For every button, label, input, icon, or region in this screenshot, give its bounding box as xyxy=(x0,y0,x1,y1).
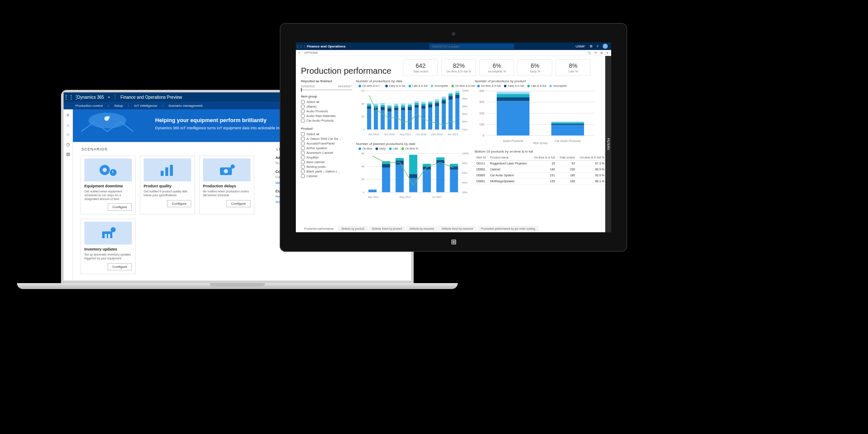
avatar[interactable] xyxy=(603,44,608,49)
table-header[interactable]: Item ID xyxy=(475,155,488,161)
svg-rect-38 xyxy=(374,104,378,106)
hamburger-icon[interactable]: ≡ xyxy=(67,113,70,117)
svg-rect-52 xyxy=(401,108,405,110)
table-row[interactable]: D0001MidRangeSpeaker15518088.1 % xyxy=(475,178,606,184)
svg-rect-50 xyxy=(394,104,398,106)
filter-option[interactable]: Bass cabinet xyxy=(301,160,352,164)
table-header[interactable]: On-time & in full % xyxy=(576,155,606,161)
svg-rect-123 xyxy=(436,157,444,160)
crumb-0[interactable]: Production control xyxy=(73,104,105,108)
filter-option[interactable]: AcousticFoamPanel xyxy=(301,142,352,145)
tablet-device: ⋮⋮⋮ Finance and Operations USMF ⚙ ? ≡ OP… xyxy=(280,23,627,252)
table-row[interactable]: D0002Cabinet18623080.9 % xyxy=(475,167,606,172)
svg-text:Audio Products: Audio Products xyxy=(503,139,523,143)
bottom-tab[interactable]: Production performance by job order cost… xyxy=(478,226,539,231)
crumb-1[interactable]: Setup xyxy=(111,104,125,108)
filter-option[interactable]: Aluminium Cabinet xyxy=(301,151,352,155)
svg-text:20: 20 xyxy=(362,178,364,181)
filter-option[interactable]: Select all xyxy=(301,100,352,104)
table-header[interactable]: Total orders xyxy=(556,155,576,161)
filter-option[interactable]: (Blank) xyxy=(301,105,352,108)
table-header[interactable]: Product name xyxy=(488,155,531,161)
star-icon[interactable]: ☆ xyxy=(66,132,70,137)
filter-option[interactable]: Cabinet xyxy=(301,174,352,178)
bottom-tab[interactable]: Defects by product xyxy=(338,226,367,231)
clock-icon[interactable]: ◷ xyxy=(66,142,70,147)
configure-button[interactable]: Configure xyxy=(108,263,132,270)
svg-point-12 xyxy=(231,164,235,169)
filters-handle[interactable]: FILTERS xyxy=(605,56,611,232)
attach-icon[interactable]: 📎 xyxy=(587,51,591,55)
bottom-tab[interactable]: Defects by resource xyxy=(406,226,437,231)
filter-option[interactable]: Binding posts xyxy=(301,165,352,169)
filter-option[interactable]: Active speaker xyxy=(301,146,352,150)
windows-button-icon[interactable]: ⊞ xyxy=(451,238,456,246)
svg-rect-147 xyxy=(551,122,584,122)
options-label[interactable]: OPTIONS xyxy=(304,51,318,54)
svg-text:90%: 90% xyxy=(462,105,467,108)
svg-text:20: 20 xyxy=(362,115,364,118)
svg-rect-43 xyxy=(387,111,392,130)
svg-text:Item group: Item group xyxy=(533,142,548,145)
help-icon[interactable]: ? xyxy=(597,45,598,48)
filter-option[interactable]: Car Audio Products xyxy=(301,119,352,122)
camera-clock-icon xyxy=(203,159,250,181)
svg-rect-118 xyxy=(423,170,431,192)
kpi-value: 6% xyxy=(480,62,514,69)
configure-button[interactable]: Configure xyxy=(226,200,250,207)
table-header[interactable]: On-time & in full xyxy=(531,155,556,161)
waffle-icon[interactable]: ⋮⋮⋮ xyxy=(296,45,303,48)
svg-text:60: 60 xyxy=(362,89,364,92)
left-rail: ≡ ⌂ ☆ ◷ ▤ xyxy=(64,109,73,281)
svg-text:80%: 80% xyxy=(462,120,467,123)
close-icon[interactable]: ✕ xyxy=(606,51,609,55)
bottom-tab[interactable]: Defects trend by resource xyxy=(438,226,476,231)
svg-rect-51 xyxy=(401,110,405,130)
svg-rect-140 xyxy=(497,101,529,136)
crumb-2[interactable]: IoT Intelligence xyxy=(132,104,160,108)
hamburger-icon[interactable]: ≡ xyxy=(298,51,304,54)
chevron-down-icon[interactable]: ▾ xyxy=(108,95,115,99)
item-group-filter: Item group Select all(Blank)Audio Produc… xyxy=(301,95,352,122)
filter-option[interactable]: Audio Products xyxy=(301,109,352,113)
card-desc: Get notified when equipment scheduled to… xyxy=(84,190,132,201)
popup-icon[interactable]: ⧉ xyxy=(601,51,603,55)
company-label[interactable]: USMF xyxy=(576,45,585,48)
crumb-3[interactable]: Scenario management xyxy=(166,104,206,108)
svg-rect-14 xyxy=(105,234,107,238)
list-icon[interactable]: ▤ xyxy=(66,152,70,156)
gear-icon[interactable]: ⚙ xyxy=(590,45,593,48)
configure-button[interactable]: Configure xyxy=(108,203,132,211)
svg-rect-126 xyxy=(450,164,458,166)
svg-text:80%: 80% xyxy=(462,161,467,164)
home-icon[interactable]: ⌂ xyxy=(67,122,69,127)
filter-option[interactable]: Amplifier xyxy=(301,156,352,159)
table-row[interactable]: D0005Car Audio System15118083.9 % xyxy=(475,172,606,178)
waffle-icon[interactable]: ⋮⋮⋮ xyxy=(64,94,73,100)
laptop-brand[interactable]: Dynamics 365 xyxy=(73,95,108,100)
date-range-slider[interactable]: 01/02/2016 04/14/2017 xyxy=(301,85,352,90)
kpi-label: Late % xyxy=(556,70,590,73)
table-row[interactable]: D0111Ruggedized Laser Projector355267.3 … xyxy=(475,161,606,167)
topbar-right: USMF ⚙ ? xyxy=(576,44,611,49)
item-group-title: Item group xyxy=(301,95,352,98)
svg-rect-57 xyxy=(408,105,412,107)
svg-rect-56 xyxy=(408,107,412,111)
svg-rect-141 xyxy=(497,97,529,101)
filter-option[interactable]: Select all xyxy=(301,132,352,136)
search-input[interactable] xyxy=(429,44,514,49)
bottom-tab[interactable]: Defects trend by product xyxy=(369,226,406,231)
configure-button[interactable]: Configure xyxy=(167,200,191,207)
chart-title: Number of productions by date xyxy=(356,79,470,83)
kpi-value: 6% xyxy=(518,62,552,69)
chart-productions-by-date: Number of productions by date On-time & … xyxy=(356,79,470,139)
bottom-tab[interactable]: Production performance xyxy=(301,226,337,231)
svg-rect-35 xyxy=(374,110,378,130)
card-grid-row1: Equipment downtime Get notified when equ… xyxy=(81,156,263,214)
tablet-brand[interactable]: Finance and Operations xyxy=(303,45,349,48)
filter-option[interactable]: A. Datum 50W Car Ra… xyxy=(301,137,352,141)
svg-rect-116 xyxy=(409,174,417,178)
filter-option[interactable]: Black paint – Gallon c… xyxy=(301,170,352,173)
filter-option[interactable]: Audio Raw Materials xyxy=(301,114,352,118)
refresh-icon[interactable]: ⟳ xyxy=(595,51,597,55)
